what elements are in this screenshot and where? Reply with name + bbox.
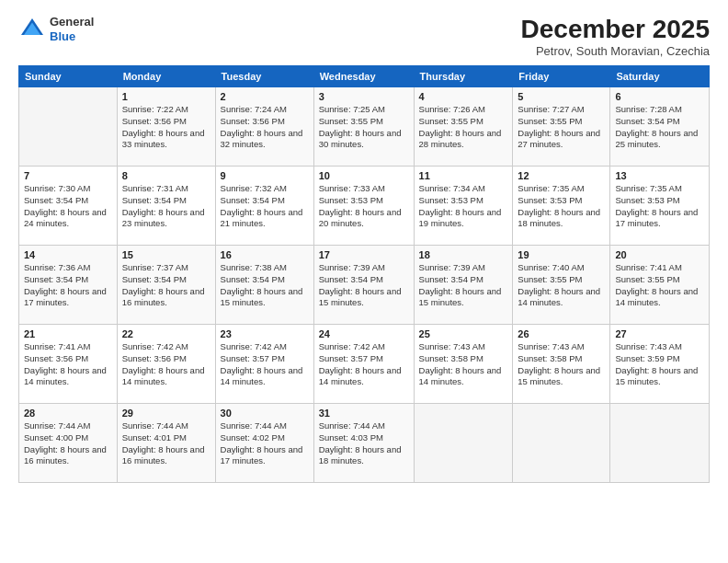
header-cell-monday: Monday (117, 66, 215, 87)
day-info: Sunrise: 7:27 AM Sunset: 3:55 PM Dayligh… (518, 104, 605, 151)
day-info: Sunrise: 7:44 AM Sunset: 4:03 PM Dayligh… (319, 420, 409, 467)
day-number: 31 (319, 408, 409, 419)
calendar-cell (19, 87, 118, 167)
calendar-cell: 28Sunrise: 7:44 AM Sunset: 4:00 PM Dayli… (19, 404, 118, 483)
day-info: Sunrise: 7:28 AM Sunset: 3:54 PM Dayligh… (615, 104, 704, 151)
day-number: 8 (122, 170, 210, 181)
day-info: Sunrise: 7:36 AM Sunset: 3:54 PM Dayligh… (24, 262, 112, 309)
day-info: Sunrise: 7:26 AM Sunset: 3:55 PM Dayligh… (419, 104, 508, 151)
day-number: 18 (419, 249, 508, 260)
day-info: Sunrise: 7:32 AM Sunset: 3:54 PM Dayligh… (221, 183, 309, 230)
calendar-cell: 31Sunrise: 7:44 AM Sunset: 4:03 PM Dayli… (313, 404, 414, 483)
calendar-cell: 12Sunrise: 7:35 AM Sunset: 3:53 PM Dayli… (513, 167, 610, 246)
day-info: Sunrise: 7:44 AM Sunset: 4:00 PM Dayligh… (24, 420, 112, 467)
calendar-week-1: 7Sunrise: 7:30 AM Sunset: 3:54 PM Daylig… (19, 167, 710, 246)
calendar-table: SundayMondayTuesdayWednesdayThursdayFrid… (18, 65, 710, 483)
calendar-cell: 20Sunrise: 7:41 AM Sunset: 3:55 PM Dayli… (610, 246, 710, 325)
day-info: Sunrise: 7:24 AM Sunset: 3:56 PM Dayligh… (221, 104, 309, 151)
day-info: Sunrise: 7:34 AM Sunset: 3:53 PM Dayligh… (419, 183, 508, 230)
calendar-cell: 10Sunrise: 7:33 AM Sunset: 3:53 PM Dayli… (313, 167, 414, 246)
day-number: 30 (221, 408, 309, 419)
day-number: 5 (518, 91, 605, 102)
calendar-cell: 30Sunrise: 7:44 AM Sunset: 4:02 PM Dayli… (215, 404, 313, 483)
title-block: December 2025 Petrov, South Moravian, Cz… (521, 15, 710, 58)
day-number: 11 (419, 170, 508, 181)
calendar-cell: 24Sunrise: 7:42 AM Sunset: 3:57 PM Dayli… (313, 325, 414, 404)
day-info: Sunrise: 7:42 AM Sunset: 3:57 PM Dayligh… (319, 341, 409, 388)
day-info: Sunrise: 7:40 AM Sunset: 3:55 PM Dayligh… (518, 262, 605, 309)
day-number: 23 (221, 328, 309, 339)
day-info: Sunrise: 7:25 AM Sunset: 3:55 PM Dayligh… (319, 104, 409, 151)
day-info: Sunrise: 7:42 AM Sunset: 3:56 PM Dayligh… (122, 341, 210, 388)
calendar-cell: 7Sunrise: 7:30 AM Sunset: 3:54 PM Daylig… (19, 167, 118, 246)
calendar-cell: 8Sunrise: 7:31 AM Sunset: 3:54 PM Daylig… (117, 167, 215, 246)
day-number: 7 (24, 170, 112, 181)
day-info: Sunrise: 7:44 AM Sunset: 4:01 PM Dayligh… (122, 420, 210, 467)
day-number: 20 (615, 249, 704, 260)
calendar-cell: 25Sunrise: 7:43 AM Sunset: 3:58 PM Dayli… (414, 325, 513, 404)
day-info: Sunrise: 7:41 AM Sunset: 3:56 PM Dayligh… (24, 341, 112, 388)
day-number: 9 (221, 170, 309, 181)
header-cell-sunday: Sunday (19, 66, 118, 87)
calendar-cell: 11Sunrise: 7:34 AM Sunset: 3:53 PM Dayli… (414, 167, 513, 246)
calendar-cell: 17Sunrise: 7:39 AM Sunset: 3:54 PM Dayli… (313, 246, 414, 325)
calendar-title: December 2025 (521, 15, 710, 44)
header-cell-saturday: Saturday (610, 66, 710, 87)
calendar-cell: 22Sunrise: 7:42 AM Sunset: 3:56 PM Dayli… (117, 325, 215, 404)
calendar-cell: 4Sunrise: 7:26 AM Sunset: 3:55 PM Daylig… (414, 87, 513, 167)
day-info: Sunrise: 7:35 AM Sunset: 3:53 PM Dayligh… (615, 183, 704, 230)
page-header: General Blue December 2025 Petrov, South… (18, 15, 710, 58)
day-number: 4 (419, 91, 508, 102)
calendar-cell: 29Sunrise: 7:44 AM Sunset: 4:01 PM Dayli… (117, 404, 215, 483)
logo: General Blue (18, 15, 94, 43)
calendar-cell: 19Sunrise: 7:40 AM Sunset: 3:55 PM Dayli… (513, 246, 610, 325)
day-info: Sunrise: 7:42 AM Sunset: 3:57 PM Dayligh… (221, 341, 309, 388)
calendar-cell: 16Sunrise: 7:38 AM Sunset: 3:54 PM Dayli… (215, 246, 313, 325)
day-info: Sunrise: 7:43 AM Sunset: 3:58 PM Dayligh… (518, 341, 605, 388)
logo-text: General Blue (50, 15, 94, 43)
logo-general: General (50, 15, 94, 29)
day-info: Sunrise: 7:43 AM Sunset: 3:58 PM Dayligh… (419, 341, 508, 388)
day-number: 14 (24, 249, 112, 260)
logo-blue: Blue (50, 29, 94, 44)
calendar-cell: 3Sunrise: 7:25 AM Sunset: 3:55 PM Daylig… (313, 87, 414, 167)
day-info: Sunrise: 7:22 AM Sunset: 3:56 PM Dayligh… (122, 104, 210, 151)
day-info: Sunrise: 7:30 AM Sunset: 3:54 PM Dayligh… (24, 183, 112, 230)
calendar-cell (414, 404, 513, 483)
day-info: Sunrise: 7:35 AM Sunset: 3:53 PM Dayligh… (518, 183, 605, 230)
calendar-cell: 18Sunrise: 7:39 AM Sunset: 3:54 PM Dayli… (414, 246, 513, 325)
calendar-subtitle: Petrov, South Moravian, Czechia (521, 44, 710, 58)
day-info: Sunrise: 7:33 AM Sunset: 3:53 PM Dayligh… (319, 183, 409, 230)
calendar-week-3: 21Sunrise: 7:41 AM Sunset: 3:56 PM Dayli… (19, 325, 710, 404)
day-info: Sunrise: 7:38 AM Sunset: 3:54 PM Dayligh… (221, 262, 309, 309)
calendar-header: SundayMondayTuesdayWednesdayThursdayFrid… (19, 66, 710, 87)
header-row: SundayMondayTuesdayWednesdayThursdayFrid… (19, 66, 710, 87)
page-container: General Blue December 2025 Petrov, South… (0, 0, 728, 563)
calendar-cell: 27Sunrise: 7:43 AM Sunset: 3:59 PM Dayli… (610, 325, 710, 404)
day-number: 6 (615, 91, 704, 102)
day-number: 28 (24, 408, 112, 419)
calendar-cell: 23Sunrise: 7:42 AM Sunset: 3:57 PM Dayli… (215, 325, 313, 404)
day-number: 12 (518, 170, 605, 181)
header-cell-tuesday: Tuesday (215, 66, 313, 87)
day-number: 16 (221, 249, 309, 260)
calendar-cell: 6Sunrise: 7:28 AM Sunset: 3:54 PM Daylig… (610, 87, 710, 167)
calendar-cell: 13Sunrise: 7:35 AM Sunset: 3:53 PM Dayli… (610, 167, 710, 246)
day-number: 3 (319, 91, 409, 102)
calendar-cell: 26Sunrise: 7:43 AM Sunset: 3:58 PM Dayli… (513, 325, 610, 404)
day-number: 17 (319, 249, 409, 260)
calendar-cell: 2Sunrise: 7:24 AM Sunset: 3:56 PM Daylig… (215, 87, 313, 167)
calendar-cell: 1Sunrise: 7:22 AM Sunset: 3:56 PM Daylig… (117, 87, 215, 167)
day-number: 1 (122, 91, 210, 102)
day-info: Sunrise: 7:43 AM Sunset: 3:59 PM Dayligh… (615, 341, 704, 388)
header-cell-thursday: Thursday (414, 66, 513, 87)
day-number: 26 (518, 328, 605, 339)
day-number: 29 (122, 408, 210, 419)
calendar-cell: 14Sunrise: 7:36 AM Sunset: 3:54 PM Dayli… (19, 246, 118, 325)
day-info: Sunrise: 7:39 AM Sunset: 3:54 PM Dayligh… (319, 262, 409, 309)
calendar-week-0: 1Sunrise: 7:22 AM Sunset: 3:56 PM Daylig… (19, 87, 710, 167)
day-number: 13 (615, 170, 704, 181)
logo-icon (18, 16, 46, 43)
calendar-cell (513, 404, 610, 483)
calendar-body: 1Sunrise: 7:22 AM Sunset: 3:56 PM Daylig… (19, 87, 710, 483)
